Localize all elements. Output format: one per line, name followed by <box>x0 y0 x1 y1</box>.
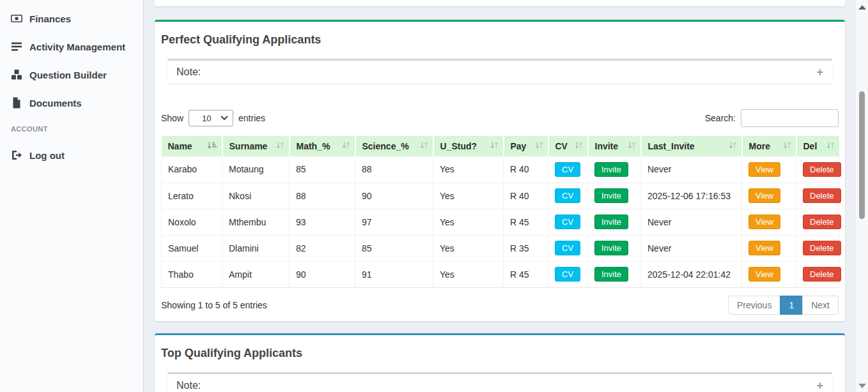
invite-button[interactable]: Invite <box>594 241 628 255</box>
view-button[interactable]: View <box>748 267 780 282</box>
vertical-scrollbar[interactable] <box>855 0 868 392</box>
cell-del: Delete <box>796 261 839 287</box>
cell-more: View <box>742 261 796 287</box>
sidebar-item-activity-management[interactable]: Activity Management <box>0 39 143 54</box>
expand-plus-icon[interactable]: + <box>816 66 823 78</box>
page-1-button[interactable]: 1 <box>780 296 803 315</box>
column-header-cv[interactable]: CV <box>548 136 588 156</box>
column-header-surname[interactable]: Surname <box>222 136 290 156</box>
view-button[interactable]: View <box>748 215 780 229</box>
cv-button[interactable]: CV <box>555 241 580 255</box>
delete-button[interactable]: Delete <box>803 215 841 229</box>
sidebar-item-question-builder[interactable]: Question Builder <box>0 67 143 82</box>
note-label: Note: <box>176 66 201 78</box>
page-length-select[interactable]: 10 <box>189 110 233 126</box>
cell-name: Noxolo <box>162 209 222 235</box>
note-label: Note: <box>176 380 201 391</box>
invite-button[interactable]: Invite <box>594 162 628 177</box>
sidebar-item-label: Question Builder <box>29 70 107 80</box>
column-header-last-invite[interactable]: Last_Invite <box>641 136 742 156</box>
cell-invite: Invite <box>588 156 641 183</box>
datatable-footer: Showing 1 to 5 of 5 entries Previous 1 N… <box>161 296 839 315</box>
column-header-name[interactable]: Name <box>162 136 222 156</box>
cell-pay: R 45 <box>504 209 548 235</box>
column-header-math-[interactable]: Math_% <box>290 136 355 156</box>
cell-pay: R 35 <box>504 235 548 261</box>
entries-label: entries <box>238 113 265 123</box>
cell-surname: Nkosi <box>222 183 290 209</box>
delete-button[interactable]: Delete <box>803 188 841 203</box>
invite-button[interactable]: Invite <box>594 267 628 282</box>
cv-button[interactable]: CV <box>555 215 580 229</box>
search-control: Search: <box>705 109 839 127</box>
sidebar-item-label: Finances <box>29 13 71 24</box>
cell-del: Delete <box>796 156 839 183</box>
column-header-science-[interactable]: Science_% <box>355 136 433 156</box>
sidebar-section-account: ACCOUNT <box>11 125 143 133</box>
expand-plus-icon[interactable]: + <box>816 380 823 391</box>
sidebar: Finances Activity Management Question Bu… <box>0 0 144 392</box>
page-title: Top Qualifying Applicants <box>161 345 839 361</box>
scrollbar-thumb[interactable] <box>859 91 865 219</box>
column-label: CV <box>555 141 568 151</box>
sidebar-item-documents[interactable]: Documents <box>0 95 143 110</box>
column-header-del[interactable]: Del <box>796 136 839 156</box>
cv-button[interactable]: CV <box>555 267 580 282</box>
column-header-more[interactable]: More <box>742 136 796 156</box>
next-page-button[interactable]: Next <box>802 296 839 315</box>
cell-more: View <box>742 235 796 261</box>
delete-button[interactable]: Delete <box>803 241 841 255</box>
view-button[interactable]: View <box>748 162 780 177</box>
cell-pay: R 40 <box>504 156 548 183</box>
previous-panel-remnant <box>155 0 845 6</box>
view-button[interactable]: View <box>748 241 780 255</box>
sidebar-item-finances[interactable]: Finances <box>0 11 143 26</box>
sort-icon <box>782 140 792 152</box>
cell-surname: Motaung <box>222 156 290 183</box>
cell-surname: Mthembu <box>222 209 290 235</box>
search-input[interactable] <box>741 109 839 127</box>
invite-button[interactable]: Invite <box>594 215 628 229</box>
sort-icon <box>419 140 429 152</box>
previous-page-button[interactable]: Previous <box>728 296 780 315</box>
cell-u-stud-: Yes <box>433 235 504 261</box>
cell-del: Delete <box>796 235 839 261</box>
sidebar-item-logout[interactable]: Log out <box>0 147 143 163</box>
cv-button[interactable]: CV <box>555 162 580 177</box>
invite-button[interactable]: Invite <box>594 188 628 203</box>
cell-math-: 90 <box>290 261 355 287</box>
cell-more: View <box>742 183 796 209</box>
cell-invite: Invite <box>588 209 641 235</box>
delete-button[interactable]: Delete <box>803 162 841 177</box>
cell-del: Delete <box>796 183 839 209</box>
cell-u-stud-: Yes <box>433 156 504 183</box>
cv-button[interactable]: CV <box>555 188 580 203</box>
cell-science-: 91 <box>355 261 433 287</box>
cell-invite: Invite <box>588 183 641 209</box>
sign-out-icon <box>11 149 22 161</box>
cell-name: Karabo <box>162 156 222 183</box>
entries-summary: Showing 1 to 5 of 5 entries <box>161 300 267 310</box>
sort-ascending-icon <box>206 140 218 152</box>
column-label: Del <box>803 141 818 151</box>
list-icon <box>11 41 22 52</box>
column-header-pay[interactable]: Pay <box>504 136 548 156</box>
delete-button[interactable]: Delete <box>803 267 841 282</box>
cell-math-: 88 <box>290 183 355 209</box>
column-header-invite[interactable]: Invite <box>588 136 641 156</box>
sort-icon <box>490 140 499 152</box>
scroll-up-icon[interactable] <box>858 5 866 10</box>
view-button[interactable]: View <box>748 188 780 203</box>
cell-pay: R 45 <box>504 261 548 287</box>
column-header-u-stud-[interactable]: U_Stud? <box>433 136 504 156</box>
file-icon <box>11 97 22 109</box>
last-invite-cell: 2025-12-04 22:01:42 <box>641 261 742 287</box>
cell-name: Lerato <box>162 183 222 209</box>
table-row: ThaboAmpit9091YesR 45CVInvite2025-12-04 … <box>162 261 839 287</box>
sort-icon <box>534 140 544 152</box>
cell-math-: 93 <box>290 209 355 235</box>
cubes-icon <box>11 69 22 80</box>
column-label: Math_% <box>297 141 330 151</box>
scroll-down-icon[interactable] <box>858 384 866 388</box>
cell-science-: 85 <box>355 235 433 261</box>
